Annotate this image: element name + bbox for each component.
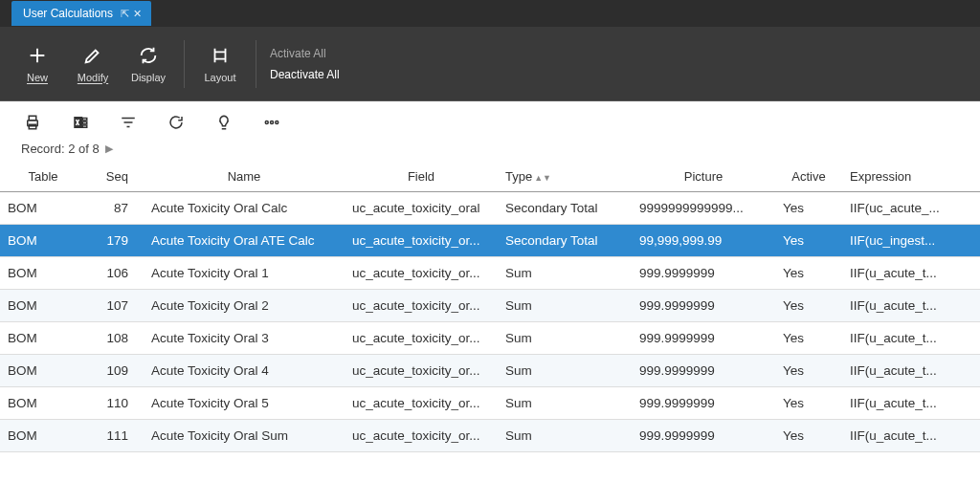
cell-picture: 999.9999999 bbox=[632, 322, 775, 355]
cell-active: Yes bbox=[775, 225, 842, 257]
cell-name: Acute Toxicity Oral 3 bbox=[144, 322, 345, 355]
table-row[interactable]: BOM106Acute Toxicity Oral 1uc_acute_toxi… bbox=[0, 257, 980, 290]
refresh-data-button[interactable] bbox=[165, 111, 188, 134]
cell-table: BOM bbox=[0, 355, 86, 387]
cell-type: Sum bbox=[498, 355, 632, 387]
svg-rect-6 bbox=[82, 125, 87, 127]
cell-field: uc_acute_toxicity_or... bbox=[345, 225, 498, 257]
cell-field: uc_acute_toxicity_or... bbox=[345, 257, 498, 290]
record-status-text: Record: 2 of 8 bbox=[21, 142, 100, 156]
col-header-name[interactable]: Name bbox=[144, 164, 345, 192]
cell-type: Sum bbox=[498, 290, 632, 322]
table-row[interactable]: BOM111Acute Toxicity Oral Sumuc_acute_to… bbox=[0, 420, 980, 452]
cell-name: Acute Toxicity Oral 5 bbox=[144, 387, 345, 420]
hint-button[interactable] bbox=[212, 111, 235, 134]
table-row[interactable]: BOM179Acute Toxicity Oral ATE Calcuc_acu… bbox=[0, 225, 980, 257]
cell-field: uc_acute_toxicity_oral bbox=[345, 192, 498, 225]
modify-button[interactable]: Modify bbox=[65, 35, 121, 93]
cell-expression: IIF(u_acute_t... bbox=[842, 322, 980, 355]
pin-icon[interactable]: ⇱ bbox=[121, 8, 129, 20]
activate-all-link[interactable]: Activate All bbox=[270, 47, 340, 60]
toolbar-separator bbox=[256, 40, 256, 88]
cell-field: uc_acute_toxicity_or... bbox=[345, 420, 498, 452]
col-header-expression[interactable]: Expression bbox=[842, 164, 980, 192]
cell-active: Yes bbox=[775, 322, 842, 355]
cell-table: BOM bbox=[0, 322, 86, 355]
export-excel-button[interactable] bbox=[69, 111, 92, 134]
close-icon[interactable]: ✕ bbox=[133, 8, 142, 20]
col-header-type[interactable]: Type▲▼ bbox=[498, 164, 632, 192]
layout-button[interactable]: Layout bbox=[192, 35, 248, 93]
svg-point-7 bbox=[265, 121, 268, 124]
cell-seq: 108 bbox=[86, 322, 144, 355]
cell-table: BOM bbox=[0, 257, 86, 290]
cell-field: uc_acute_toxicity_or... bbox=[345, 355, 498, 387]
table-row[interactable]: BOM108Acute Toxicity Oral 3uc_acute_toxi… bbox=[0, 322, 980, 355]
cell-picture: 99,999,999.99 bbox=[632, 225, 775, 257]
cell-picture: 999.9999999 bbox=[632, 420, 775, 452]
cell-type: Secondary Total bbox=[498, 192, 632, 225]
display-button[interactable]: Display bbox=[121, 35, 176, 93]
layout-icon bbox=[210, 45, 231, 66]
cell-type: Sum bbox=[498, 420, 632, 452]
excel-icon bbox=[72, 114, 89, 131]
cell-active: Yes bbox=[775, 290, 842, 322]
cell-field: uc_acute_toxicity_or... bbox=[345, 290, 498, 322]
cell-type: Sum bbox=[498, 387, 632, 420]
table-row[interactable]: BOM109Acute Toxicity Oral 4uc_acute_toxi… bbox=[0, 355, 980, 387]
modify-label: Modify bbox=[78, 72, 108, 83]
cell-table: BOM bbox=[0, 290, 86, 322]
col-header-picture[interactable]: Picture bbox=[632, 164, 775, 192]
table-row[interactable]: BOM110Acute Toxicity Oral 5uc_acute_toxi… bbox=[0, 387, 980, 420]
tab-strip: User Calculations ⇱ ✕ bbox=[0, 0, 980, 27]
record-next-icon[interactable]: ▶ bbox=[105, 142, 113, 155]
sort-indicator-icon: ▲▼ bbox=[534, 173, 551, 183]
main-toolbar: New Modify Display Layout Activate All D… bbox=[0, 27, 980, 101]
cell-active: Yes bbox=[775, 420, 842, 452]
cell-name: Acute Toxicity Oral 4 bbox=[144, 355, 345, 387]
layout-label: Layout bbox=[204, 72, 235, 83]
cell-name: Acute Toxicity Oral 2 bbox=[144, 290, 345, 322]
cell-field: uc_acute_toxicity_or... bbox=[345, 322, 498, 355]
cell-expression: IIF(uc_ingest... bbox=[842, 225, 980, 257]
cell-name: Acute Toxicity Oral 1 bbox=[144, 257, 345, 290]
new-button[interactable]: New bbox=[10, 35, 65, 93]
plus-icon bbox=[27, 45, 48, 66]
display-label: Display bbox=[131, 72, 166, 83]
data-grid[interactable]: Table Seq Name Field Type▲▼ Picture Acti… bbox=[0, 164, 980, 482]
more-actions-button[interactable] bbox=[260, 111, 283, 134]
pencil-icon bbox=[82, 45, 103, 66]
cell-type: Sum bbox=[498, 322, 632, 355]
cell-expression: IIF(u_acute_t... bbox=[842, 257, 980, 290]
cell-picture: 999.9999999 bbox=[632, 387, 775, 420]
col-header-seq[interactable]: Seq bbox=[86, 164, 144, 192]
cell-picture: 999.9999999 bbox=[632, 355, 775, 387]
cell-table: BOM bbox=[0, 225, 86, 257]
lightbulb-icon bbox=[215, 114, 233, 131]
col-header-field[interactable]: Field bbox=[345, 164, 498, 192]
cell-picture: 9999999999999... bbox=[632, 192, 775, 225]
cell-field: uc_acute_toxicity_or... bbox=[345, 387, 498, 420]
deactivate-all-link[interactable]: Deactivate All bbox=[270, 68, 340, 81]
cell-seq: 87 bbox=[86, 192, 144, 225]
table-header-row: Table Seq Name Field Type▲▼ Picture Acti… bbox=[0, 164, 980, 192]
new-label: New bbox=[27, 72, 48, 83]
table-row[interactable]: BOM107Acute Toxicity Oral 2uc_acute_toxi… bbox=[0, 290, 980, 322]
print-button[interactable] bbox=[21, 111, 44, 134]
table-row[interactable]: BOM87Acute Toxicity Oral Calcuc_acute_to… bbox=[0, 192, 980, 225]
filter-button[interactable] bbox=[117, 111, 140, 134]
print-icon bbox=[24, 114, 41, 131]
col-header-active[interactable]: Active bbox=[775, 164, 842, 192]
cell-name: Acute Toxicity Oral Sum bbox=[144, 420, 345, 452]
cell-active: Yes bbox=[775, 355, 842, 387]
tab-title: User Calculations bbox=[23, 7, 113, 20]
cell-expression: IIF(u_acute_t... bbox=[842, 290, 980, 322]
cell-picture: 999.9999999 bbox=[632, 257, 775, 290]
cell-expression: IIF(u_acute_t... bbox=[842, 387, 980, 420]
filter-icon bbox=[120, 114, 137, 131]
cell-table: BOM bbox=[0, 420, 86, 452]
cell-type: Secondary Total bbox=[498, 225, 632, 257]
tab-user-calculations[interactable]: User Calculations ⇱ ✕ bbox=[11, 1, 151, 26]
col-header-table[interactable]: Table bbox=[0, 164, 86, 192]
toolbar-separator bbox=[184, 40, 185, 88]
